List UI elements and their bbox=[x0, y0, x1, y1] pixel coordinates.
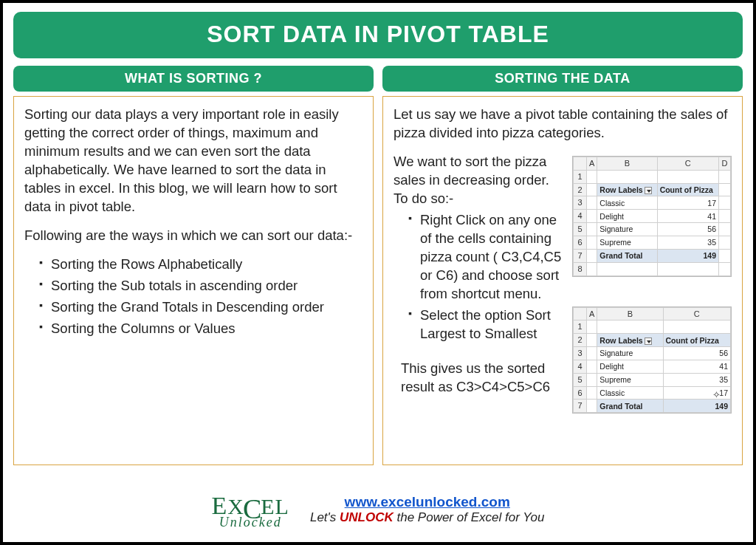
pivot-row-labels-header: Row Labels bbox=[597, 183, 657, 196]
pivot-cell: 35 bbox=[657, 236, 718, 250]
pivot-cell: 41 bbox=[657, 210, 718, 223]
list-item: Right Click on any one of the cells cont… bbox=[408, 211, 565, 304]
pivot-cell: Supreme bbox=[597, 236, 657, 250]
list-item: Sorting the Rows Alphabetically bbox=[39, 256, 362, 274]
pivot-cell: 56 bbox=[663, 347, 730, 360]
pivot-grand-total-value: 149 bbox=[657, 249, 718, 262]
col-header: D bbox=[719, 157, 731, 170]
cursor-icon: ✧ bbox=[712, 388, 721, 402]
footer: EX C EL Unlocked www.excelunlocked.com L… bbox=[3, 490, 753, 529]
pivot-cell: 35 bbox=[663, 373, 730, 386]
pivot-cell: Delight bbox=[597, 360, 663, 373]
pivot-cell: Signature bbox=[597, 223, 657, 236]
col-header: A bbox=[587, 157, 597, 170]
pivot-cell: 56 bbox=[657, 223, 718, 236]
pivot-cell: Classic bbox=[597, 196, 657, 210]
list-item: Sorting the Grand Totals in Descending o… bbox=[39, 298, 362, 317]
pivot-grand-total-label: Grand Total bbox=[597, 400, 663, 413]
col-header: A bbox=[587, 307, 597, 321]
right-column: SORTING THE DATA Let us say we have a pi… bbox=[382, 66, 743, 465]
right-intro: Let us say we have a pivot table contain… bbox=[394, 106, 732, 143]
right-panel: Let us say we have a pivot table contain… bbox=[382, 96, 743, 465]
pivot-grand-total-label: Grand Total bbox=[597, 249, 657, 262]
pivot-count-header: Count of Pizza bbox=[657, 183, 718, 196]
pivot-cell: Supreme bbox=[597, 373, 663, 386]
left-paragraph-2: Following are the ways in which we can s… bbox=[24, 227, 362, 245]
pivot-grand-total-value: 149 bbox=[663, 400, 730, 413]
right-result: This gives us the sorted result as C3>C4… bbox=[394, 360, 565, 397]
page-title: SORT DATA IN PIVOT TABLE bbox=[13, 12, 743, 58]
list-item: Sorting the Columns or Values bbox=[39, 320, 362, 338]
pivot-cell: Signature bbox=[597, 347, 663, 360]
right-lead: We want to sort the pizza sales in decre… bbox=[394, 153, 565, 208]
pivot-row-labels-header: Row Labels bbox=[597, 334, 663, 347]
col-header: B bbox=[597, 307, 663, 321]
left-header: WHAT IS SORTING ? bbox=[13, 66, 374, 92]
right-header: SORTING THE DATA bbox=[382, 66, 743, 92]
col-header: C bbox=[657, 157, 718, 170]
dropdown-icon[interactable] bbox=[645, 337, 652, 345]
pivot-cell: Delight bbox=[597, 210, 657, 223]
pivot-count-header: Count of Pizza bbox=[663, 334, 730, 347]
pivot-cell: 41 bbox=[663, 360, 730, 373]
right-steps-list: Right Click on any one of the cells cont… bbox=[394, 211, 565, 343]
list-item: Select the option Sort Largest to Smalle… bbox=[408, 306, 565, 343]
left-bullet-list: Sorting the Rows Alphabetically Sorting … bbox=[24, 256, 362, 338]
pivot-cell: 17 bbox=[657, 196, 718, 210]
brand-logo: EX C EL Unlocked bbox=[211, 490, 289, 529]
col-header: C bbox=[663, 307, 730, 321]
pivot-cell: Classic bbox=[597, 386, 663, 400]
pivot-after: A B C 1 2 Row Labels Count of Pizza 3Sig… bbox=[572, 306, 732, 414]
slide-frame: SORT DATA IN PIVOT TABLE WHAT IS SORTING… bbox=[0, 0, 756, 545]
website-link[interactable]: www.excelunlocked.com bbox=[345, 494, 510, 510]
left-column: WHAT IS SORTING ? Sorting our data plays… bbox=[13, 66, 374, 465]
right-text-block: We want to sort the pizza sales in decre… bbox=[394, 153, 565, 414]
left-paragraph-1: Sorting our data plays a very important … bbox=[24, 106, 362, 216]
two-column-layout: WHAT IS SORTING ? Sorting our data plays… bbox=[13, 66, 743, 465]
pivot-before: A B C D 1 2 Row Labels Count of Pizza 3C… bbox=[572, 156, 732, 277]
dropdown-icon[interactable] bbox=[645, 187, 652, 194]
col-header: B bbox=[597, 157, 657, 170]
pivot-previews: A B C D 1 2 Row Labels Count of Pizza 3C… bbox=[572, 153, 732, 414]
list-item: Sorting the Sub totals in ascending orde… bbox=[39, 277, 362, 295]
left-panel: Sorting our data plays a very important … bbox=[13, 96, 374, 465]
tagline: Let's UNLOCK the Power of Excel for You bbox=[310, 510, 545, 525]
